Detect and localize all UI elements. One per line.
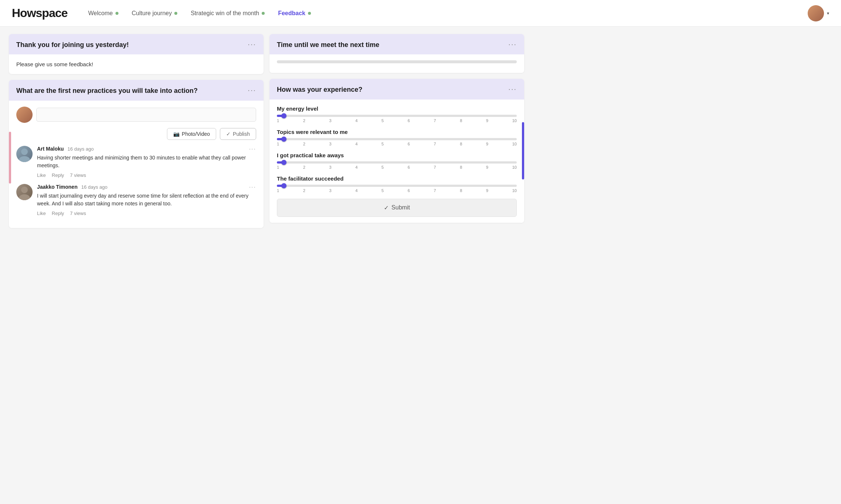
art-comment-meta: Art Maloku 16 days ago — [37, 146, 94, 152]
jaakko-views: 7 views — [70, 211, 86, 216]
slider-facilitator-thumb[interactable] — [281, 183, 287, 188]
slider-energy-label: My energy level — [277, 105, 517, 112]
art-like[interactable]: Like — [37, 172, 46, 178]
time-header: Time until we meet the next time ··· — [269, 34, 524, 54]
art-avatar — [16, 146, 33, 162]
practices-title: What are the first new practices you wil… — [16, 87, 198, 95]
time-title: Time until we meet the next time — [277, 41, 379, 49]
slider-facilitator-label: The facilitator succeeded — [277, 175, 517, 182]
right-scroll-indicator — [522, 122, 524, 179]
art-author: Art Maloku — [37, 146, 64, 152]
time-menu[interactable]: ··· — [508, 40, 517, 48]
experience-body: My energy level 12345678910 Topics were … — [269, 100, 524, 223]
slider-energy-track[interactable] — [277, 115, 517, 117]
art-comment-header: Art Maloku 16 days ago ··· — [37, 146, 256, 152]
right-column: Time until we meet the next time ··· How… — [269, 34, 524, 228]
art-views: 7 views — [70, 172, 86, 178]
comment-art: Art Maloku 16 days ago ··· Having shorte… — [16, 146, 256, 178]
slider-facilitator-numbers: 12345678910 — [277, 188, 517, 193]
jaakko-reply[interactable]: Reply — [52, 211, 64, 216]
nav-dot-feedback — [308, 12, 311, 15]
jaakko-comment-actions: Like Reply 7 views — [37, 211, 256, 216]
slider-energy-thumb[interactable] — [281, 113, 287, 118]
jaakko-time: 16 days ago — [81, 184, 107, 190]
art-reply[interactable]: Reply — [52, 172, 64, 178]
post-input[interactable] — [36, 108, 256, 122]
thankyou-title: Thank you for joining us yesterday! — [16, 41, 129, 49]
slider-topics-numbers: 12345678910 — [277, 142, 517, 146]
slider-facilitator: The facilitator succeeded 12345678910 — [277, 175, 517, 193]
art-comment-text: Having shorter meetings and minimizing t… — [37, 154, 256, 169]
slider-practical-track[interactable] — [277, 161, 517, 164]
submit-check-icon: ✓ — [384, 204, 389, 211]
thankyou-card: Thank you for joining us yesterday! ··· … — [9, 34, 264, 74]
time-card: Time until we meet the next time ··· — [269, 34, 524, 73]
nav-culture[interactable]: Culture journey — [132, 10, 178, 17]
time-bar — [277, 60, 517, 63]
logo[interactable]: Howspace — [12, 6, 67, 20]
left-column: Thank you for joining us yesterday! ··· … — [9, 34, 264, 228]
nav-welcome[interactable]: Welcome — [88, 10, 118, 17]
art-time: 16 days ago — [67, 146, 94, 152]
camera-icon: 📷 — [173, 131, 180, 137]
art-comment-menu[interactable]: ··· — [249, 146, 256, 152]
thankyou-header: Thank you for joining us yesterday! ··· — [9, 34, 264, 54]
submit-button[interactable]: ✓ Submit — [277, 199, 517, 217]
jaakko-comment-text: I will start journaling every day and re… — [37, 192, 256, 208]
nav-feedback[interactable]: Feedback — [278, 10, 311, 17]
post-user-avatar — [16, 107, 33, 123]
experience-title: How was your experience? — [277, 85, 362, 94]
slider-topics-thumb[interactable] — [281, 137, 287, 142]
slider-practical-thumb[interactable] — [281, 160, 287, 165]
action-row: 📷 Photo/Video ✓ Publish — [16, 128, 256, 140]
thankyou-body: Please give us some feedback! — [9, 54, 264, 74]
jaakko-comment-content: Jaakko Timonen 16 days ago ··· I will st… — [37, 184, 256, 216]
experience-menu[interactable]: ··· — [508, 85, 517, 93]
slider-topics-label: Topics were relevant to me — [277, 129, 517, 135]
avatar-image — [808, 5, 824, 21]
avatar-chevron[interactable]: ▾ — [827, 11, 829, 16]
nav-links: Welcome Culture journey Strategic win of… — [88, 10, 793, 17]
nav-right: ▾ — [808, 5, 829, 21]
jaakko-avatar — [16, 184, 33, 200]
post-input-row — [16, 107, 256, 123]
jaakko-comment-meta: Jaakko Timonen 16 days ago — [37, 184, 107, 190]
nav-dot-culture — [174, 12, 177, 15]
slider-facilitator-track[interactable] — [277, 185, 517, 187]
practices-card: What are the first new practices you wil… — [9, 80, 264, 228]
comment-jaakko: Jaakko Timonen 16 days ago ··· I will st… — [16, 184, 256, 216]
publish-button[interactable]: ✓ Publish — [220, 128, 256, 140]
slider-topics: Topics were relevant to me 12345678910 — [277, 129, 517, 146]
slider-practical-label: I got practical take aways — [277, 152, 517, 158]
practices-body: 📷 Photo/Video ✓ Publish — [9, 101, 264, 228]
nav-strategic[interactable]: Strategic win of the month — [191, 10, 265, 17]
slider-energy-numbers: 12345678910 — [277, 118, 517, 123]
user-avatar[interactable] — [808, 5, 824, 21]
svg-point-2 — [21, 187, 28, 193]
main-grid: Thank you for joining us yesterday! ··· … — [0, 27, 533, 235]
left-scroll-indicator — [9, 132, 11, 184]
jaakko-like[interactable]: Like — [37, 211, 46, 216]
art-comment-content: Art Maloku 16 days ago ··· Having shorte… — [37, 146, 256, 178]
jaakko-author: Jaakko Timonen — [37, 184, 77, 190]
practices-menu[interactable]: ··· — [248, 86, 256, 94]
slider-energy: My energy level 12345678910 — [277, 105, 517, 123]
jaakko-comment-header: Jaakko Timonen 16 days ago ··· — [37, 184, 256, 191]
practices-header: What are the first new practices you wil… — [9, 80, 264, 100]
svg-point-0 — [21, 148, 28, 155]
slider-topics-track[interactable] — [277, 138, 517, 140]
experience-card: How was your experience? ··· My energy l… — [269, 79, 524, 222]
slider-practical: I got practical take aways 12345678910 — [277, 152, 517, 169]
time-body — [269, 54, 524, 73]
nav-dot-strategic — [262, 12, 265, 15]
navbar: Howspace Welcome Culture journey Strateg… — [0, 0, 841, 27]
nav-dot-welcome — [115, 12, 118, 15]
thankyou-menu[interactable]: ··· — [248, 40, 256, 48]
art-comment-actions: Like Reply 7 views — [37, 172, 256, 178]
check-icon: ✓ — [226, 131, 231, 137]
experience-header: How was your experience? ··· — [269, 79, 524, 99]
jaakko-comment-menu[interactable]: ··· — [249, 184, 256, 191]
slider-practical-numbers: 12345678910 — [277, 165, 517, 169]
svg-point-3 — [19, 194, 30, 200]
photo-video-button[interactable]: 📷 Photo/Video — [167, 128, 216, 140]
